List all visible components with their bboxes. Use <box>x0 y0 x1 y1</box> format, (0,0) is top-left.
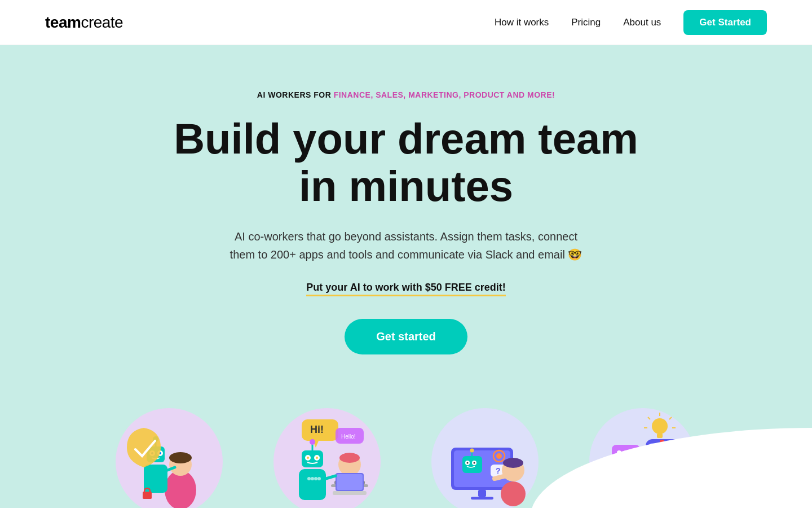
svg-point-36 <box>307 477 311 480</box>
svg-text:Hi!: Hi! <box>310 424 324 435</box>
logo-team: team <box>45 14 81 31</box>
svg-point-51 <box>496 453 502 459</box>
illustration-2: Hi! Hello! <box>248 394 406 508</box>
svg-point-3 <box>169 452 192 463</box>
svg-point-58 <box>501 481 526 506</box>
svg-point-57 <box>503 458 523 468</box>
svg-point-38 <box>314 477 317 480</box>
svg-point-39 <box>317 477 321 480</box>
svg-rect-33 <box>337 474 363 490</box>
logo: teamcreate <box>45 14 123 32</box>
nav-get-started-button[interactable]: Get Started <box>683 10 767 35</box>
nav-about-us[interactable]: About us <box>623 17 661 28</box>
svg-point-25 <box>316 457 318 459</box>
svg-rect-43 <box>462 456 482 473</box>
nav-how-it-works[interactable]: How it works <box>495 17 549 28</box>
logo-create: create <box>81 14 123 31</box>
hero-subtext: AI co-workers that go beyond assistants.… <box>226 227 586 264</box>
hero-heading: Build your dream team in minutes <box>152 115 660 209</box>
nav-pricing[interactable]: Pricing <box>571 17 601 28</box>
svg-text:Hello!: Hello! <box>341 433 356 440</box>
svg-point-74 <box>652 418 668 434</box>
navbar: teamcreate How it works Pricing About us… <box>0 0 812 45</box>
svg-point-1 <box>165 470 196 508</box>
svg-point-49 <box>470 449 474 453</box>
svg-point-47 <box>474 462 475 464</box>
svg-rect-20 <box>299 469 326 500</box>
hero-tag-prefix: AI WORKERS FOR <box>257 90 334 99</box>
hero-tag: AI WORKERS FOR FINANCE, SALES, MARKETING… <box>257 90 555 99</box>
svg-rect-34 <box>333 491 367 495</box>
hero-promo: Put your AI to work with $50 FREE credit… <box>306 282 505 296</box>
illustration-1 <box>90 394 248 508</box>
illustration-3: ? <box>406 394 564 508</box>
svg-rect-55 <box>471 497 493 500</box>
svg-point-46 <box>467 462 469 464</box>
svg-rect-54 <box>478 490 486 497</box>
svg-rect-12 <box>143 492 152 499</box>
svg-point-27 <box>310 439 315 445</box>
svg-text:?: ? <box>496 466 501 475</box>
svg-rect-75 <box>657 433 663 438</box>
svg-point-24 <box>307 457 309 459</box>
svg-rect-21 <box>302 450 323 467</box>
svg-point-29 <box>339 453 360 463</box>
svg-point-37 <box>311 477 314 480</box>
hero-section: AI WORKERS FOR FINANCE, SALES, MARKETING… <box>0 45 812 508</box>
nav-links: How it works Pricing About us Get Starte… <box>495 10 767 35</box>
svg-line-59 <box>495 476 506 479</box>
hero-tag-highlight: FINANCE, SALES, MARKETING, PRODUCT AND M… <box>334 90 555 99</box>
hero-get-started-button[interactable]: Get started <box>345 319 467 354</box>
